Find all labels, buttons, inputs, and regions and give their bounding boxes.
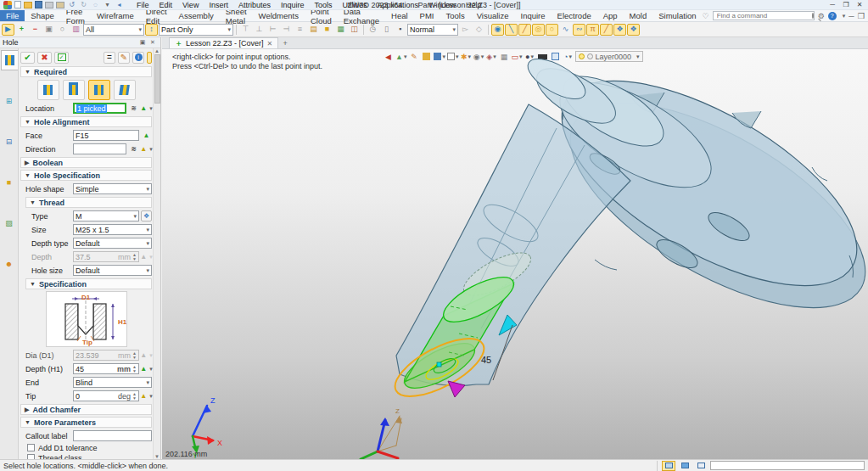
hole-size-select[interactable]: Default▾ [73,265,152,276]
hole-shape-select[interactable]: Simple▾ [73,183,152,194]
menu-file[interactable]: File [132,1,154,9]
highlight-pick-icon[interactable]: ▶ [2,24,14,36]
status-input[interactable] [710,461,865,470]
ribbon-tab-dataexchange[interactable]: Data Exchange [338,10,385,21]
thread-type-select[interactable]: M▾ [73,210,139,221]
side-tab-visualize[interactable]: ■ [1,172,18,193]
thread-size-select[interactable]: M25 x 1.5▾ [73,224,152,235]
callout-input[interactable] [73,430,152,441]
side-tab-user[interactable]: ☻ [1,254,18,274]
menu-attributes[interactable]: Attributes [234,1,275,9]
line-icon[interactable]: ╱ [518,24,531,36]
loop-select-icon[interactable]: ○ [56,24,69,36]
section-hole-specification[interactable]: ▼Hole Specification [20,170,152,181]
menu-help[interactable]: Help [462,1,486,9]
qat-flag-icon[interactable]: ◂ [115,1,124,9]
cancel-button[interactable]: ✖ [37,52,52,64]
surface1-icon[interactable]: ❖ [613,24,626,36]
align-top-icon[interactable]: ⊤ [239,24,252,36]
attach-icon[interactable]: ◇ [473,24,485,36]
scope-dropdown[interactable]: Part Only▾ [159,24,233,36]
depth-type-select[interactable]: Default▾ [73,238,152,249]
location-expand-icon[interactable]: ≋ [128,103,139,114]
circle-icon[interactable]: ○ [546,24,558,36]
document-tab[interactable]: ＋ Lesson 22.Z3 - [Cover] ✕ [169,37,278,48]
constraint1-icon[interactable]: ⊢ [266,24,279,36]
add-d1-tolerance-checkbox[interactable] [27,444,35,451]
hole-type-profiled-button[interactable] [114,80,136,100]
constraint2-icon[interactable]: ⊣ [280,24,293,36]
redo-icon[interactable]: ↻ [79,1,88,9]
cad-model[interactable]: 45 Z X Y [162,49,868,459]
doc-info-icon[interactable] [694,461,708,471]
menu-edit[interactable]: Edit [155,1,177,9]
ribbon-minimize-icon[interactable]: ─ [848,12,854,20]
print-icon[interactable] [45,2,53,8]
menu-inquire[interactable]: Inquire [277,1,309,9]
section-required[interactable]: ▼Required [20,66,152,77]
ribbon-tab-visualize[interactable]: Visualize [471,10,515,21]
image-green-icon[interactable]: ▦ [334,24,347,36]
ribbon-tab-tools[interactable]: Tools [440,10,470,21]
tip-spinner[interactable]: ▲▼ [132,392,137,401]
ribbon-tab-wireframe[interactable]: Wireframe [91,10,140,21]
help-icon[interactable]: ? [828,12,837,20]
print-preview-icon[interactable] [56,2,64,8]
constraint3-icon[interactable]: ≡ [294,24,306,36]
canvas-3d[interactable]: <right-click> for point input options. P… [162,49,868,459]
monitor-icon[interactable] [678,461,692,471]
ok-button[interactable]: ✔ [20,52,35,64]
find-command-box[interactable] [713,11,815,20]
scroll-down-icon[interactable]: ▼ [154,454,160,459]
new-file-icon[interactable] [14,1,21,8]
section-more-parameters[interactable]: ▼More Parameters [20,417,152,428]
depth-h1-picker-icon[interactable]: ▲▾ [141,363,152,374]
spline-icon[interactable]: ∿ [559,24,572,36]
menu-view[interactable]: View [178,1,203,9]
find-command-input[interactable] [715,11,812,20]
ribbon-tab-pointcloud[interactable]: Point Cloud [305,10,338,21]
panel-float-icon[interactable]: ▣ [137,38,148,47]
side-tab-render-image[interactable]: ▨ [1,213,18,233]
ribbon-tab-app[interactable]: App [597,10,624,21]
section-specification[interactable]: ▼Specification [25,278,152,289]
layers-icon[interactable]: ▤ [307,24,320,36]
hole-type-simple-button[interactable] [37,80,59,100]
section-hole-alignment[interactable]: ▼Hole Alignment [20,116,152,127]
regen-icon[interactable]: ◌ [91,1,100,9]
new-tab-button[interactable]: + [278,37,292,48]
side-tab-manager[interactable]: ⊞ [1,91,18,111]
sketch-icon[interactable]: ◉ [491,24,504,36]
ribbon-tab-freeform[interactable]: Free Form [60,10,91,21]
scroll-up-icon[interactable]: ▲ [154,48,160,53]
thread-class-checkbox[interactable] [27,454,35,459]
add-entity-icon[interactable]: + [15,24,28,36]
close-button[interactable]: ✕ [854,1,865,9]
ribbon-tab-sheetmetal[interactable]: Sheet Metal [220,10,253,21]
hole-type-counterbore-button[interactable] [63,80,85,100]
clock-icon[interactable]: ◷ [367,24,379,36]
notes-partial-icon[interactable] [147,52,152,64]
users-icon[interactable]: ◫ [348,24,361,36]
surface2-icon[interactable]: ❖ [627,24,640,36]
direction-input[interactable] [73,143,126,154]
ribbon-tab-simulation[interactable]: Simulation [652,10,702,21]
end-select[interactable]: Blind▾ [73,377,152,388]
insert-image-icon[interactable]: ▣ [42,24,55,36]
side-tab-hole[interactable] [1,50,18,70]
menu-insert[interactable]: Insert [204,1,232,9]
note-icon[interactable]: ▯ [380,24,393,36]
style-dropdown[interactable]: Normal▾ [407,24,458,36]
material-icon[interactable]: ▪ [394,24,406,36]
save-icon[interactable] [35,1,42,8]
open-folder-icon[interactable] [24,2,32,8]
menu-applications[interactable]: Applications [373,1,423,9]
thread-class-row[interactable]: Thread class [27,453,152,459]
ribbon-tab-directedit[interactable]: Direct Edit [140,10,173,21]
ribbon-tab-inquire[interactable]: Inquire [515,10,552,21]
ribbon-tab-heal[interactable]: Heal [385,10,414,21]
add-d1-tolerance-row[interactable]: Add D1 tolerance [27,443,152,452]
face-input[interactable]: F15 [73,130,139,141]
minimize-button[interactable]: ─ [826,1,838,9]
arc-icon[interactable]: π [586,24,599,36]
